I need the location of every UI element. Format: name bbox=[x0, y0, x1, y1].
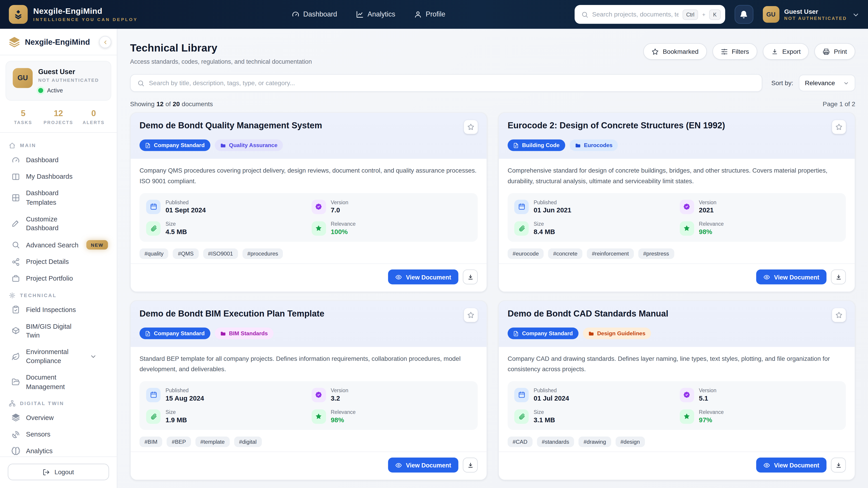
sidebar-item-dashboard[interactable]: Dashboard bbox=[4, 152, 113, 168]
logout-section: Logout bbox=[0, 456, 117, 488]
type-badge[interactable]: Building Code bbox=[508, 139, 565, 151]
filetext-icon bbox=[145, 330, 151, 336]
view-document-button[interactable]: View Document bbox=[388, 457, 458, 473]
bookmark-star-button[interactable] bbox=[464, 308, 477, 322]
view-document-button[interactable]: View Document bbox=[756, 269, 827, 285]
meta-size: Size1.9 MB bbox=[146, 409, 306, 424]
card-footer: View Document bbox=[499, 451, 855, 480]
download-button[interactable] bbox=[831, 457, 846, 473]
tag[interactable]: #procedures bbox=[242, 249, 283, 259]
calendar-icon bbox=[518, 203, 525, 210]
navbar-item-dashboard[interactable]: Dashboard bbox=[291, 11, 337, 18]
meta-label: Published bbox=[165, 199, 206, 205]
tag[interactable]: #standards bbox=[537, 437, 574, 447]
tag[interactable]: #template bbox=[195, 437, 230, 447]
view-document-button[interactable]: View Document bbox=[756, 457, 827, 473]
sidebar-header: Nexgile-EngiMind bbox=[0, 29, 117, 55]
sidebar-item-project-details[interactable]: Project Details bbox=[4, 254, 113, 270]
button-label: Export bbox=[782, 48, 801, 55]
export-button[interactable]: Export bbox=[763, 43, 809, 60]
star-icon bbox=[652, 48, 659, 55]
sidebar-item-document-management[interactable]: Document Management bbox=[4, 369, 113, 395]
sidebar-item-field-inspections[interactable]: Field Inspections bbox=[4, 301, 113, 318]
tag[interactable]: #BEP bbox=[167, 437, 191, 447]
type-badge[interactable]: Company Standard bbox=[508, 328, 579, 339]
sidebar-item-dashboard-templates[interactable]: Dashboard Templates bbox=[4, 185, 113, 211]
sidebar-item-label: Customize Dashboard bbox=[26, 215, 84, 232]
notifications-button[interactable] bbox=[735, 5, 753, 24]
tag[interactable]: #BIM bbox=[140, 437, 162, 447]
sidebar-item-label: Analytics bbox=[26, 447, 84, 456]
tag[interactable]: #quality bbox=[140, 249, 168, 259]
library-search-input[interactable] bbox=[149, 80, 755, 86]
briefcase-icon bbox=[11, 274, 20, 283]
card-footer: View Document bbox=[131, 451, 487, 480]
meta-relevance: Relevance98% bbox=[311, 409, 471, 424]
page-indicator: Page 1 of 2 bbox=[823, 101, 855, 107]
meta-text: Size4.5 MB bbox=[165, 221, 187, 236]
meta-text: Version3.2 bbox=[331, 387, 348, 402]
user-menu[interactable]: GU Guest User NOT AUTHENTICATED bbox=[763, 6, 859, 23]
category-badge[interactable]: BIM Standards bbox=[215, 328, 273, 339]
tag[interactable]: #design bbox=[616, 437, 645, 447]
type-badge[interactable]: Company Standard bbox=[140, 328, 210, 339]
sidebar-item-sensors[interactable]: Sensors bbox=[4, 426, 113, 443]
star-icon bbox=[835, 123, 843, 131]
sidebar-item-customize-dashboard[interactable]: Customize Dashboard bbox=[4, 210, 113, 236]
navbar-item-profile[interactable]: Profile bbox=[414, 11, 445, 18]
meta-relevance: Relevance100% bbox=[311, 221, 471, 236]
tag[interactable]: #drawing bbox=[579, 437, 611, 447]
sidebar-item-project-portfolio[interactable]: Project Portfolio bbox=[4, 270, 113, 287]
bookmarked-button[interactable]: Bookmarked bbox=[643, 43, 707, 60]
print-button[interactable]: Print bbox=[814, 43, 855, 60]
sidebar-item-bim-gis-digital-twin[interactable]: BIM/GIS Digital Twin bbox=[4, 318, 113, 344]
download-button[interactable] bbox=[463, 269, 477, 285]
logoglyph-icon bbox=[13, 9, 24, 20]
meta-value: 01 Jun 2021 bbox=[534, 206, 571, 214]
document-card-demo-de-bondt-quality-management-system: Demo de Bondt Quality Management SystemC… bbox=[130, 112, 487, 292]
sidebar-item-label: Environmental Compliance bbox=[26, 348, 84, 365]
stat-label: TASKS bbox=[5, 120, 41, 125]
tag[interactable]: #prestress bbox=[638, 249, 674, 259]
category-badge[interactable]: Eurocodes bbox=[569, 139, 618, 151]
logout-icon bbox=[43, 468, 50, 476]
tag[interactable]: #digital bbox=[234, 437, 262, 447]
meta-icon-box bbox=[311, 410, 326, 424]
sort-select[interactable]: Relevance bbox=[799, 75, 855, 91]
bookmark-star-button[interactable] bbox=[832, 120, 846, 134]
starfill-icon bbox=[683, 225, 690, 232]
category-badge[interactable]: Design Guidelines bbox=[583, 328, 651, 339]
sidebar-item-analytics[interactable]: Analytics bbox=[4, 443, 113, 457]
logout-button[interactable]: Logout bbox=[8, 464, 109, 480]
meta-text: Version5.1 bbox=[699, 387, 717, 402]
sidebar-item-environmental-compliance[interactable]: Environmental Compliance bbox=[4, 344, 113, 369]
download-button[interactable] bbox=[831, 269, 846, 285]
tag[interactable]: #reinforcement bbox=[587, 249, 633, 259]
navbar-item-analytics[interactable]: Analytics bbox=[356, 11, 395, 18]
tag[interactable]: #QMS bbox=[173, 249, 198, 259]
folder-icon bbox=[575, 142, 581, 148]
tag[interactable]: #ISO9001 bbox=[203, 249, 238, 259]
layers-icon bbox=[9, 37, 20, 48]
sidebar-item-overview[interactable]: Overview bbox=[4, 410, 113, 426]
tag[interactable]: #concrete bbox=[548, 249, 583, 259]
tag[interactable]: #eurocode bbox=[508, 249, 544, 259]
results-prefix: Showing bbox=[130, 101, 155, 107]
meta-text: Published01 Jul 2024 bbox=[534, 387, 569, 402]
global-search-input[interactable] bbox=[592, 11, 678, 18]
tag[interactable]: #CAD bbox=[508, 437, 532, 447]
category-badge[interactable]: Quality Assurance bbox=[215, 139, 283, 151]
sidebar-item-my-dashboards[interactable]: My Dashboards bbox=[4, 168, 113, 185]
view-document-button[interactable]: View Document bbox=[388, 269, 458, 285]
page-title: Technical Library bbox=[130, 42, 312, 54]
brand-logo[interactable] bbox=[9, 5, 28, 24]
type-badge[interactable]: Company Standard bbox=[140, 139, 210, 151]
page-header: Technical Library Access standards, code… bbox=[130, 42, 855, 65]
bookmark-star-button[interactable] bbox=[464, 120, 477, 134]
bookmark-star-button[interactable] bbox=[832, 308, 846, 322]
sidebar-item-label: Sensors bbox=[26, 430, 84, 439]
sidebar-item-advanced-search[interactable]: Advanced SearchNEW bbox=[4, 236, 113, 254]
filters-button[interactable]: Filters bbox=[712, 43, 757, 60]
sidebar-collapse-button[interactable] bbox=[99, 36, 111, 48]
download-button[interactable] bbox=[463, 457, 477, 473]
